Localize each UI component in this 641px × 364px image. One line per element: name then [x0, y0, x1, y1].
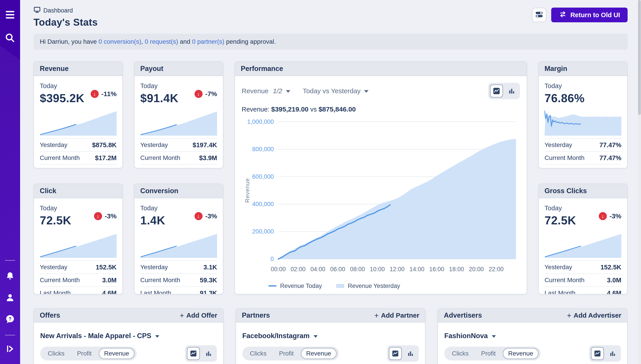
card-title: Advertisers: [444, 311, 482, 320]
change-percent: -3%: [105, 212, 117, 220]
line-chart-toggle-button[interactable]: [389, 347, 402, 360]
bar-chart-toggle-button[interactable]: [606, 347, 619, 360]
pending-approval-banner: Hi Darriun, you have 0 conversion(s), 0 …: [34, 34, 627, 50]
today-value: 72.5K: [545, 214, 576, 227]
bar-chart-toggle-button[interactable]: [202, 347, 215, 360]
bar-chart-toggle-button[interactable]: [404, 347, 417, 360]
revenue-card: Revenue Today $395.2K ↓ -11% Yesterday$8…: [34, 61, 123, 168]
menu-icon[interactable]: [4, 9, 16, 20]
svg-text:02:00: 02:00: [291, 266, 306, 272]
svg-text:1,000,000: 1,000,000: [247, 118, 274, 125]
stat-row: Current Month3.0M: [545, 274, 621, 286]
stat-row: Current Month3.0M: [40, 274, 117, 286]
partners-link[interactable]: 0 partner(s): [192, 38, 225, 45]
help-icon[interactable]: ?: [4, 313, 16, 325]
stat-row: Yesterday$197.4K: [140, 138, 217, 151]
comparison-summary: Revenue: $395,219.00 vs $875,846.00: [242, 106, 520, 113]
tab-revenue[interactable]: Revenue: [99, 348, 134, 359]
today-value: $91.4K: [140, 92, 178, 105]
line-swatch-icon: [269, 285, 277, 286]
stat-row: Last Month$6.0M: [140, 164, 217, 168]
tab-revenue[interactable]: Revenue: [503, 348, 538, 359]
today-label: Today: [140, 204, 165, 212]
stats-grid: Revenue Today $395.2K ↓ -11% Yesterday$8…: [34, 61, 627, 294]
conversion-sparkline: [140, 230, 217, 258]
arrow-down-circle-icon: ↓: [194, 212, 202, 220]
partner-select[interactable]: Facebook/Instagram: [242, 332, 419, 340]
banner-text: Hi Darriun, you have: [40, 38, 99, 45]
click-sparkline: [40, 230, 117, 258]
offer-select[interactable]: New Arrivals - Male Apparel - CPS: [40, 332, 217, 340]
compare-select-value: Today vs Yesterday: [303, 87, 361, 95]
search-icon[interactable]: [4, 32, 16, 44]
change-percent: -7%: [205, 90, 217, 98]
svg-text:18:00: 18:00: [449, 266, 464, 272]
stat-row: Last Month4.6M: [40, 286, 117, 294]
stat-row: Yesterday152.5K: [545, 260, 621, 274]
card-title: Gross Clicks: [545, 187, 587, 195]
gross-clicks-sparkline: [545, 230, 621, 258]
profile-person-icon[interactable]: [4, 292, 16, 304]
bar-chart-toggle-button[interactable]: [505, 84, 518, 98]
tab-clicks[interactable]: Clicks: [447, 348, 474, 359]
compare-select[interactable]: Today vs Yesterday: [303, 87, 369, 95]
stat-row: Last Month91.3K: [140, 286, 217, 294]
today-label: Today: [40, 82, 84, 90]
tab-clicks[interactable]: Clicks: [245, 348, 272, 359]
chart-type-toggle: [488, 83, 520, 99]
line-chart-toggle-button[interactable]: [591, 347, 604, 360]
requests-link[interactable]: 0 request(s): [145, 38, 178, 45]
scrollbar-thumb[interactable]: [638, 0, 641, 115]
svg-text:14:00: 14:00: [409, 266, 424, 272]
tab-clicks[interactable]: Clicks: [43, 348, 70, 359]
sidebar-divider: [5, 335, 15, 336]
tab-revenue[interactable]: Revenue: [301, 348, 337, 359]
offers-card: Offers + Add Offer New Arrivals - Male A…: [34, 308, 224, 364]
change-badge: ↓ -3%: [599, 212, 621, 220]
today-amount: $395,219.00: [271, 106, 308, 113]
line-chart-toggle-button[interactable]: [187, 347, 200, 360]
svg-text:400,000: 400,000: [252, 201, 274, 208]
chart-type-toggle: [589, 345, 621, 362]
vertical-scrollbar[interactable]: [638, 0, 641, 364]
expand-sidebar-icon[interactable]: [4, 343, 16, 355]
swap-arrows-icon: [559, 10, 567, 20]
return-old-ui-button[interactable]: Return to Old UI: [551, 8, 627, 22]
notifications-bell-icon[interactable]: [4, 270, 16, 282]
ui-toggle-button[interactable]: [532, 8, 546, 22]
conversions-link[interactable]: 0 conversion(s): [99, 38, 141, 45]
breadcrumb[interactable]: Dashboard: [34, 6, 98, 15]
stat-row: Current Month$17.2M: [40, 151, 117, 164]
metric-page-indicator: 1/2: [273, 87, 282, 95]
gross-clicks-card: Gross Clicks Today 72.5K ↓ -3% Yesterday…: [538, 184, 627, 294]
add-offer-button[interactable]: + Add Offer: [179, 311, 217, 320]
change-badge: ↓ -3%: [94, 212, 117, 220]
stat-row: Yesterday3.1K: [140, 260, 217, 274]
svg-text:?: ?: [9, 316, 12, 322]
payout-sparkline: [140, 108, 217, 136]
svg-text:06:00: 06:00: [330, 266, 345, 272]
tab-profit[interactable]: Profit: [274, 348, 299, 359]
change-badge: ↓ -7%: [194, 90, 217, 98]
svg-text:04:00: 04:00: [310, 266, 325, 272]
add-partner-button[interactable]: + Add Partner: [374, 311, 419, 320]
monitor-icon: [34, 6, 41, 15]
add-advertiser-button[interactable]: + Add Advertiser: [567, 311, 621, 320]
svg-text:22:00: 22:00: [489, 266, 504, 272]
tab-profit[interactable]: Profit: [72, 348, 97, 359]
metric-select[interactable]: Revenue 1/2: [242, 87, 290, 95]
toggles-icon: [535, 10, 544, 20]
advertisers-card: Advertisers + Add Advertiser FashionNova…: [438, 308, 627, 364]
line-chart-toggle-button[interactable]: [490, 84, 503, 98]
legend-item-revenue-today[interactable]: Revenue Today: [269, 282, 322, 290]
plus-icon: +: [567, 311, 571, 320]
arrow-down-circle-icon: ↓: [194, 90, 202, 98]
metric-tabs: Clicks Profit Revenue: [444, 346, 541, 360]
arrow-down-circle-icon: ↓: [599, 212, 607, 220]
svg-text:16:00: 16:00: [429, 266, 444, 272]
svg-text:00:00: 00:00: [271, 266, 286, 272]
legend-item-revenue-yesterday[interactable]: Revenue Yesterday: [336, 282, 400, 290]
tab-profit[interactable]: Profit: [476, 348, 501, 359]
advertiser-select[interactable]: FashionNova: [444, 332, 621, 340]
today-value: 1.4K: [140, 214, 165, 227]
